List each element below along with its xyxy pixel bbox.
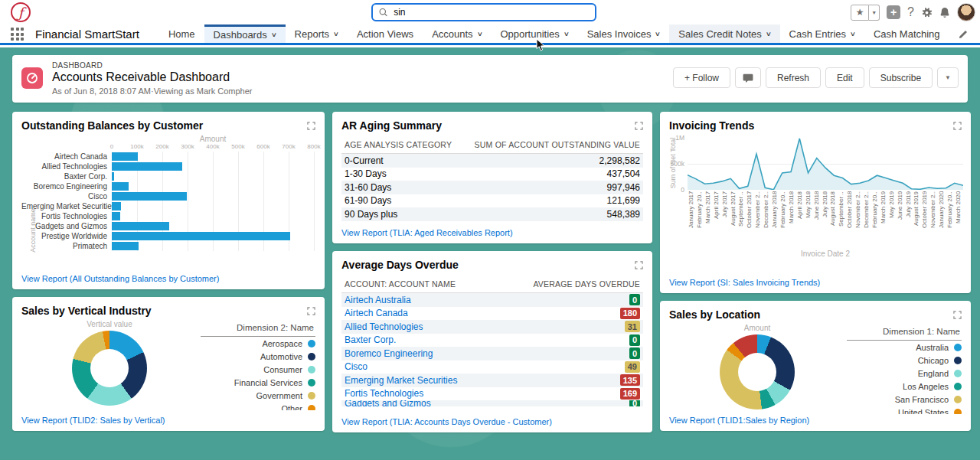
table-row[interactable]: Fortis Technologies169 (341, 387, 643, 401)
company-logo-icon[interactable]: ƒ (11, 2, 31, 22)
account-link[interactable]: Baxter Corp. (345, 334, 396, 345)
table-row[interactable]: Airtech Australia0 (341, 293, 643, 307)
table-row[interactable]: Airtech Canada180 (341, 307, 643, 321)
x-tick-label: August 2019 (913, 191, 921, 248)
chart-legend: Dimension 1: NameAustraliaChicagoEngland… (847, 324, 962, 414)
global-search[interactable] (371, 3, 596, 21)
value-cell: 997,946 (607, 182, 640, 193)
expand-icon[interactable] (307, 122, 315, 130)
view-report-link[interactable]: View Report (All Outstanding Balances by… (21, 274, 219, 283)
setup-gear-icon[interactable] (921, 7, 933, 18)
legend-item[interactable]: Los Angeles (847, 380, 962, 393)
table-row[interactable]: Baxter Corp.0 (341, 334, 643, 347)
category-cell: 1-30 Days (345, 168, 387, 179)
expand-icon[interactable] (635, 261, 643, 269)
x-tick-label: March 2017 (704, 191, 713, 248)
account-link[interactable]: Airtech Canada (345, 308, 408, 318)
legend-item[interactable]: Consumer (201, 363, 315, 376)
account-link[interactable]: Fortis Technologies (345, 388, 423, 399)
donut-chart: Vertical valueDimension 2: NameAerospace… (12, 320, 325, 410)
nav-item-dashboards[interactable]: Dashboards∨ (204, 24, 286, 43)
nav-item-accounts[interactable]: Accounts∨ (423, 24, 491, 43)
expand-icon[interactable] (953, 122, 962, 130)
line-chart: 1M500k0Sum of Net TotalJanuary 2017Febru… (660, 135, 971, 258)
value-cell: 2,298,582 (599, 155, 640, 166)
account-link[interactable]: Gadgets and Gizmos (345, 400, 431, 406)
follow-button[interactable]: + Follow (673, 67, 730, 88)
table-row[interactable]: 1-30 Days437,504 (341, 168, 643, 181)
table-row[interactable]: Emerging Market Securities135 (341, 374, 643, 387)
refresh-button[interactable]: Refresh (766, 67, 821, 88)
expand-icon[interactable] (635, 122, 643, 130)
table-row[interactable]: 90 Days plus548,389 (341, 207, 643, 221)
days-overdue-badge: 0 (629, 334, 640, 346)
bar (112, 192, 187, 201)
star-icon[interactable]: ★ (851, 5, 869, 21)
edit-button[interactable]: Edit (825, 67, 864, 88)
account-link[interactable]: Cisco (345, 361, 368, 372)
edit-nav-pencil-icon[interactable] (958, 29, 968, 43)
legend-item[interactable]: Government (201, 389, 315, 402)
view-report-link[interactable]: View Report (TLID2: Sales by Vertical) (21, 416, 165, 425)
legend-item[interactable]: Automotive (201, 350, 315, 363)
legend-item[interactable]: United States (847, 406, 962, 414)
bar-row: Primatech (21, 241, 314, 251)
legend-item[interactable]: San Francisco (847, 393, 962, 406)
line-xlabels: January 2017February 20..March 2017April… (688, 191, 963, 248)
x-tick-label: October 2019 (921, 191, 929, 248)
bar-plot (112, 191, 314, 201)
view-report-link[interactable]: View Report (TLID1:Sales by Region) (669, 416, 809, 425)
user-avatar[interactable] (957, 3, 975, 21)
table-row[interactable]: 31-60 Days997,946 (341, 181, 643, 194)
nav-item-cash-entries[interactable]: Cash Entries∨ (780, 24, 864, 43)
search-input[interactable] (394, 7, 589, 18)
account-link[interactable]: Emerging Market Securities (345, 375, 457, 386)
notifications-bell-icon[interactable] (939, 7, 950, 18)
legend-item[interactable]: Financial Services (201, 376, 315, 389)
nav-item-opportunities[interactable]: Opportunities∨ (491, 24, 577, 43)
table-row[interactable]: 0-Current2,298,582 (341, 154, 643, 168)
favorites-button[interactable]: ★ ▼ (851, 5, 880, 21)
table-row[interactable]: Gadgets and Gizmos0 (341, 400, 643, 406)
legend-item[interactable]: Australia (847, 341, 962, 354)
subscribe-button[interactable]: Subscribe (869, 67, 933, 88)
header-more-button[interactable]: ▼ (937, 67, 959, 88)
table-row[interactable]: 61-90 Days121,699 (341, 194, 643, 208)
nav-item-sales-credit-notes[interactable]: Sales Credit Notes∨ (669, 24, 779, 43)
view-report-link[interactable]: View Report (TLIA: Accounts Days Overdue… (341, 417, 552, 426)
feed-button[interactable] (735, 67, 761, 88)
legend-dot-icon (954, 396, 962, 403)
bar (112, 242, 139, 250)
table-header: AGE ANALYSIS CATEGORYSUM OF ACCOUNT OUTS… (341, 136, 643, 154)
legend-title: Dimension 2: Name (201, 320, 315, 337)
account-link[interactable]: Boremco Engineering (345, 348, 433, 359)
nav-item-home[interactable]: Home (159, 24, 204, 43)
expand-icon[interactable] (307, 307, 315, 315)
account-link[interactable]: Airtech Australia (345, 295, 411, 305)
donut-center-title: Amount (744, 324, 770, 332)
table-row[interactable]: Allied Technologies31 (341, 320, 643, 334)
nav-item-reports[interactable]: Reports∨ (286, 24, 348, 43)
nav-item-payable-invoices[interactable]: Payable Invoices∨ (949, 24, 958, 43)
expand-icon[interactable] (953, 311, 962, 319)
table-row[interactable]: Boremco Engineering0 (341, 347, 643, 360)
legend-item[interactable]: Aerospace (201, 337, 315, 350)
legend-dot-icon (954, 383, 962, 390)
global-add-icon[interactable]: + (887, 5, 900, 19)
app-launcher-icon[interactable] (11, 28, 24, 41)
table-row[interactable]: Cisco49 (341, 360, 643, 374)
legend-item[interactable]: Chicago (847, 354, 962, 367)
page: ƒ ★ ▼ + ? Financial SmartStart HomeDashb… (0, 0, 980, 460)
legend-item[interactable]: Other (201, 402, 315, 410)
account-link[interactable]: Allied Technologies (345, 321, 423, 332)
donut-hole (90, 349, 129, 387)
help-icon[interactable]: ? (907, 6, 914, 18)
favorites-caret-icon[interactable]: ▼ (869, 5, 880, 21)
nav-tabs: HomeDashboards∨Reports∨Action ViewsAccou… (159, 24, 958, 43)
nav-item-sales-invoices[interactable]: Sales Invoices∨ (578, 24, 670, 43)
nav-item-action-views[interactable]: Action Views (348, 24, 423, 43)
nav-item-cash-matching[interactable]: Cash Matching (864, 24, 949, 43)
view-report-link[interactable]: View Report (TLIA: Aged Receivables Repo… (341, 228, 513, 237)
legend-item[interactable]: England (847, 367, 962, 380)
view-report-link[interactable]: View Report (SI: Sales Invoicing Trends) (669, 278, 820, 287)
